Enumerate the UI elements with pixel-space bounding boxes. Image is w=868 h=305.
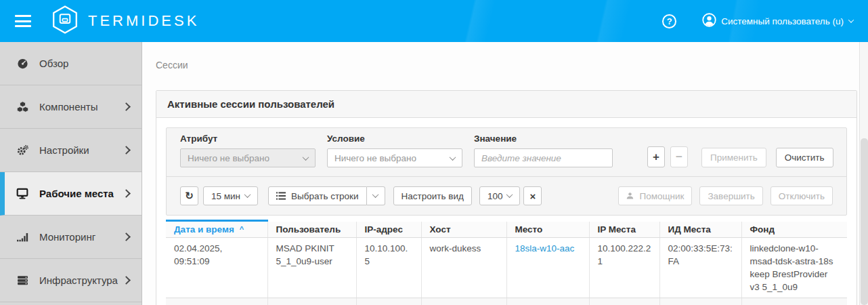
finish-session-button[interactable]: Завершить — [699, 186, 762, 205]
select-rows-caret[interactable] — [367, 186, 385, 205]
user-avatar-icon — [702, 13, 716, 30]
select-rows-button[interactable]: Выбрать строки — [268, 186, 367, 205]
cubes-icon — [15, 101, 30, 113]
sidebar-item-infrastructure[interactable]: Инфраструктура — [0, 259, 142, 302]
table-header-row: Дата и время^ Пользователь IP-адрес Хост… — [166, 221, 847, 238]
cell-pool: linkedclone-w10-msad-tdsk-astra-18s keep… — [741, 238, 847, 298]
table-row: 02.04.2025, 09:51:09 MSAD PKINIT 5_1_0u9… — [166, 238, 847, 298]
disconnect-session-button[interactable]: Отключить — [771, 186, 833, 205]
cell-datetime: 02.04.2025, 09:51:09 — [166, 238, 267, 298]
apply-button[interactable]: Применить — [701, 148, 766, 167]
chevron-right-icon — [122, 189, 131, 198]
termidesk-admin-page: TERMIDESK ? Системный пользователь (u) — [0, 0, 868, 305]
cell-place-id: 02:00:33:5E:73:FA — [659, 238, 741, 298]
chevron-down-icon — [372, 191, 379, 198]
chart-bars-icon — [15, 231, 30, 243]
sessions-table: Дата и время^ Пользователь IP-адрес Хост… — [166, 220, 847, 305]
chevron-down-icon — [244, 191, 251, 198]
sidebar-nav: Обзор Компоненты — [0, 42, 142, 305]
refresh-icon: ↻ — [185, 190, 194, 202]
cell-place-ip: 10.100.222.21 — [589, 238, 659, 298]
breadcrumb: Сессии — [156, 60, 857, 70]
hamburger-menu-icon[interactable] — [15, 15, 31, 27]
chevron-down-icon — [303, 154, 309, 161]
attribute-select[interactable]: Ничего не выбрано — [180, 148, 316, 167]
panel-header: Активные сессии пользователей — [156, 91, 856, 118]
configure-view-button[interactable]: Настроить вид — [393, 186, 472, 205]
chevron-right-icon — [122, 146, 131, 155]
interval-dropdown[interactable]: 15 мин — [203, 186, 258, 205]
tachometer-icon — [15, 58, 30, 69]
refresh-button[interactable]: ↻ — [180, 186, 198, 205]
chevron-right-icon — [122, 232, 131, 241]
assistant-button[interactable]: Помощник — [618, 186, 692, 205]
column-header-datetime[interactable]: Дата и время^ — [166, 221, 267, 238]
user-menu[interactable]: Системный пользователь (u) — [702, 13, 853, 30]
sidebar-item-label: Мониторинг — [39, 231, 95, 243]
clear-button[interactable]: Очистить — [776, 148, 833, 167]
attribute-label: Атрибут — [180, 134, 316, 144]
close-icon: × — [530, 190, 536, 202]
termidesk-hexagon-icon — [51, 5, 79, 37]
help-icon[interactable]: ? — [662, 14, 676, 28]
column-header-user[interactable]: Пользователь — [267, 221, 356, 238]
add-filter-button[interactable]: + — [647, 146, 665, 167]
cell-user: MSAD PKINIT 5_1_0u9-user — [267, 238, 356, 298]
clear-columns-button[interactable]: × — [523, 186, 542, 205]
sort-asc-icon: ^ — [240, 225, 244, 233]
column-header-host[interactable]: Хост — [421, 221, 506, 238]
sidebar-item-label: Инфраструктура — [39, 274, 118, 286]
table-toolbar: ↻ 15 мин — [167, 176, 846, 215]
sidebar-item-workplaces[interactable]: Рабочие места — [0, 172, 142, 216]
desktop-icon — [15, 188, 30, 199]
condition-select[interactable]: Ничего не выбрано — [327, 148, 462, 167]
person-icon — [626, 192, 634, 200]
sidebar-item-components[interactable]: Компоненты — [0, 85, 142, 129]
chevron-down-icon — [450, 154, 456, 161]
page-size-dropdown[interactable]: 100 — [479, 186, 521, 205]
vertical-scrollbar — [859, 42, 868, 305]
value-label: Значение — [474, 134, 613, 144]
main-content: Сессии Активные сессии пользователей Атр… — [142, 42, 868, 305]
sidebar-next-item-partial — [0, 302, 142, 305]
column-header-pool[interactable]: Фонд — [741, 221, 847, 238]
filter-box: Атрибут Ничего не выбрано Условие Ничего… — [166, 127, 847, 216]
condition-label: Условие — [327, 134, 462, 144]
value-input[interactable] — [474, 148, 613, 167]
list-icon — [276, 192, 286, 200]
remove-filter-button[interactable]: − — [670, 146, 688, 167]
sidebar-item-overview[interactable]: Обзор — [0, 42, 142, 85]
server-icon — [15, 274, 30, 286]
sidebar-item-label: Настройки — [39, 144, 89, 156]
top-header: TERMIDESK ? Системный пользователь (u) — [0, 0, 868, 42]
table-row-partial — [166, 298, 847, 305]
chevron-right-icon — [122, 102, 131, 111]
sidebar-item-label: Обзор — [39, 58, 68, 69]
sidebar-item-monitoring[interactable]: Мониторинг — [0, 216, 142, 259]
brand-logo[interactable]: TERMIDESK — [51, 5, 199, 37]
active-sessions-panel: Активные сессии пользователей Атрибут Ни… — [156, 90, 857, 305]
gears-icon — [15, 144, 30, 156]
cell-ip: 10.10.100.5 — [356, 238, 421, 298]
chevron-right-icon — [122, 276, 131, 285]
cell-place: 18sla-w10-aac — [506, 238, 589, 298]
sidebar-item-settings[interactable]: Настройки — [0, 129, 142, 172]
scrollbar-thumb[interactable] — [861, 138, 868, 305]
sidebar-item-label: Рабочие места — [39, 188, 114, 199]
column-header-place-ip[interactable]: IP Места — [589, 221, 659, 238]
panel-title: Активные сессии пользователей — [167, 98, 334, 110]
sidebar-item-label: Компоненты — [39, 101, 97, 113]
place-link[interactable]: 18sla-w10-aac — [515, 243, 575, 253]
user-name-label: Системный пользователь (u) — [721, 16, 844, 26]
brand-name: TERMIDESK — [88, 12, 199, 30]
column-header-place-id[interactable]: ИД Места — [659, 221, 741, 238]
column-header-ip[interactable]: IP-адрес — [356, 221, 421, 238]
cell-host: work-dukess — [421, 238, 506, 298]
chevron-down-icon — [848, 17, 854, 22]
column-header-place[interactable]: Место — [506, 221, 589, 238]
chevron-down-icon — [506, 191, 513, 198]
